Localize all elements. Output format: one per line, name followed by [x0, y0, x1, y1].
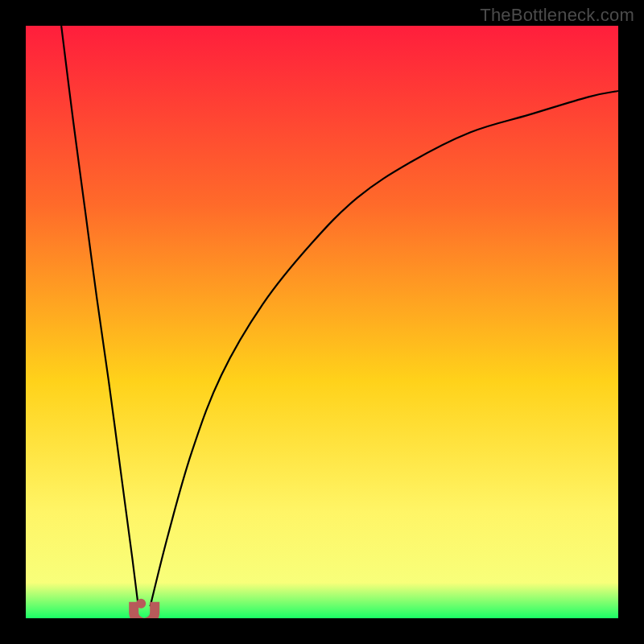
- bottleneck-chart: [26, 26, 618, 618]
- marker-dot-icon: [136, 599, 146, 609]
- watermark-text: TheBottleneck.com: [480, 5, 634, 26]
- plot-area: [26, 26, 618, 618]
- chart-frame: TheBottleneck.com: [0, 0, 644, 644]
